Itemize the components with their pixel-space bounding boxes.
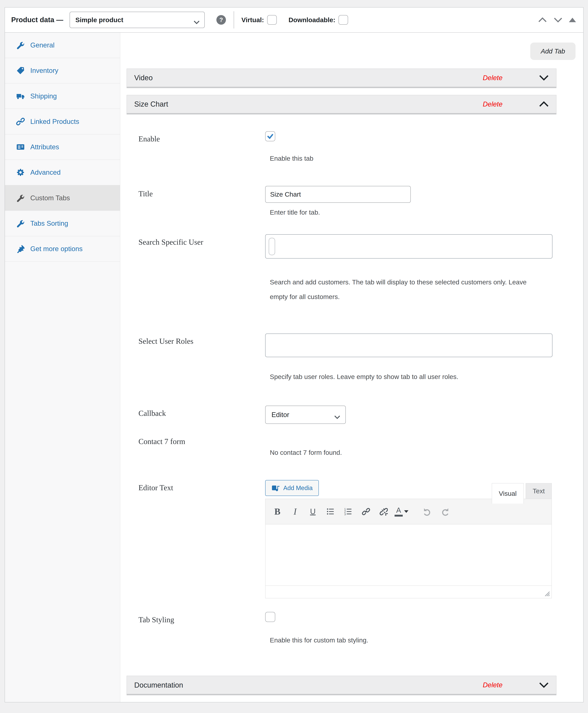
user-roles-description: Specify tab user roles. Leave empty to s…: [270, 373, 552, 381]
sidebar-item-label: Tabs Sorting: [30, 220, 68, 227]
contact-form-row: Contact 7 form No contact 7 form found.: [139, 437, 552, 456]
index-card-icon: [16, 143, 25, 151]
link-icon: [16, 117, 25, 126]
chevron-down-icon: [334, 413, 340, 421]
wysiwyg-editor: B I U 123: [265, 499, 552, 598]
size-chart-settings: Enable Enable this tab Title: [127, 113, 583, 644]
virtual-checkbox[interactable]: [267, 15, 277, 25]
numbered-list-icon: 123: [344, 507, 353, 516]
sidebar-item-label: Attributes: [30, 143, 59, 151]
contact-form-label: Contact 7 form: [139, 437, 265, 446]
product-type-value: Simple product: [76, 16, 123, 24]
metabox-controls: [538, 17, 579, 22]
sidebar-item-attributes[interactable]: Attributes: [5, 135, 120, 160]
product-data-tabs-sidebar: General Inventory Shipping Linked Produc…: [5, 33, 121, 702]
accordion-documentation[interactable]: Documentation Delete: [127, 676, 556, 694]
text-color-button[interactable]: A: [394, 504, 408, 519]
title-input[interactable]: [265, 186, 411, 203]
link-button[interactable]: [359, 504, 373, 519]
accordion-title: Video: [134, 74, 153, 82]
delete-video-link[interactable]: Delete: [483, 74, 503, 82]
italic-button[interactable]: I: [288, 504, 302, 519]
metabox-header: Product data — Simple product ? Virtual:…: [5, 7, 583, 33]
tab-text[interactable]: Text: [526, 483, 552, 498]
callback-value: Editor: [272, 411, 289, 419]
redo-button[interactable]: [438, 504, 452, 519]
chevron-down-icon[interactable]: [539, 75, 549, 81]
plug-icon: [16, 244, 25, 253]
editor-text-row: Editor Text Add Media Visual Text: [139, 480, 552, 598]
editor-content-area[interactable]: [266, 525, 551, 586]
sidebar-item-linked-products[interactable]: Linked Products: [5, 109, 120, 134]
chevron-down-icon[interactable]: [539, 682, 549, 688]
delete-documentation-link[interactable]: Delete: [483, 681, 503, 689]
tab-styling-checkbox[interactable]: [265, 612, 275, 622]
bullet-list-button[interactable]: [323, 504, 338, 519]
truck-icon: [16, 92, 25, 100]
product-type-select[interactable]: Simple product: [70, 12, 205, 28]
caret-down-icon: [404, 510, 408, 513]
move-up-button[interactable]: [538, 17, 547, 22]
chevron-up-icon[interactable]: [539, 101, 549, 107]
virtual-label: Virtual:: [241, 16, 264, 24]
numbered-list-button[interactable]: 123: [341, 504, 355, 519]
enable-checkbox[interactable]: [265, 131, 275, 141]
wrench-icon: [16, 219, 25, 228]
add-tab-button[interactable]: Add Tab: [530, 42, 575, 60]
title-label: Title: [139, 186, 265, 198]
underline-button[interactable]: U: [306, 504, 320, 519]
callback-row: Callback Editor: [139, 406, 552, 424]
accordion-size-chart[interactable]: Size Chart Delete: [127, 95, 556, 113]
search-user-row: Search Specific User Search and add cust…: [139, 234, 552, 304]
undo-icon: [423, 507, 432, 516]
sidebar-item-get-more-options[interactable]: Get more options: [5, 236, 120, 262]
enable-description: Enable this tab: [270, 155, 552, 162]
user-roles-input[interactable]: [265, 333, 552, 357]
search-user-inline-input[interactable]: [269, 238, 275, 255]
resize-grip-icon[interactable]: [544, 591, 550, 597]
sidebar-item-advanced[interactable]: Advanced: [5, 160, 120, 185]
custom-tabs-panel: Add Tab Video Delete Size Chart Delete: [120, 33, 583, 702]
chevron-down-icon: [193, 19, 200, 26]
unlink-button[interactable]: [376, 504, 391, 519]
sidebar-item-tabs-sorting[interactable]: Tabs Sorting: [5, 211, 120, 236]
title-description: Enter title for tab.: [270, 209, 552, 216]
sidebar-item-label: Inventory: [30, 67, 58, 75]
link-icon: [362, 508, 370, 516]
editor-text-label: Editor Text: [139, 480, 265, 492]
sidebar-item-custom-tabs[interactable]: Custom Tabs: [5, 185, 120, 211]
accordion-video[interactable]: Video Delete: [127, 68, 556, 87]
undo-button[interactable]: [420, 504, 435, 519]
media-icon: [272, 484, 280, 492]
sidebar-item-label: Custom Tabs: [30, 194, 70, 202]
downloadable-checkbox[interactable]: [338, 15, 348, 25]
tag-icon: [16, 66, 25, 75]
help-icon[interactable]: ?: [216, 15, 226, 25]
search-user-label: Search Specific User: [139, 234, 265, 246]
sidebar-item-inventory[interactable]: Inventory: [5, 58, 120, 83]
divider: [234, 11, 234, 28]
collapse-toggle-button[interactable]: [569, 18, 576, 22]
tab-visual[interactable]: Visual: [492, 483, 524, 504]
gear-icon: [16, 168, 25, 177]
bold-button[interactable]: B: [270, 504, 285, 519]
add-media-button[interactable]: Add Media: [265, 480, 319, 496]
move-down-button[interactable]: [553, 17, 563, 22]
sidebar-item-shipping[interactable]: Shipping: [5, 83, 120, 109]
editor-statusbar: [266, 586, 551, 598]
title-row: Title Enter title for tab.: [139, 186, 552, 216]
bullet-list-icon: [326, 507, 335, 516]
svg-text:3: 3: [344, 513, 346, 516]
search-user-input[interactable]: [265, 234, 552, 258]
delete-size-chart-link[interactable]: Delete: [483, 100, 503, 108]
redo-icon: [440, 507, 449, 516]
sidebar-item-general[interactable]: General: [5, 33, 120, 58]
callback-select[interactable]: Editor: [265, 406, 345, 424]
postbox-panel: Product data — Simple product ? Virtual:…: [5, 7, 584, 702]
enable-row: Enable Enable this tab: [139, 131, 552, 162]
page-title: Product data —: [11, 16, 63, 24]
sidebar-item-label: Linked Products: [30, 118, 79, 125]
editor-media-bar: Add Media Visual Text: [265, 480, 552, 499]
downloadable-checkbox-row: Downloadable:: [289, 15, 348, 25]
callback-label: Callback: [139, 406, 265, 418]
